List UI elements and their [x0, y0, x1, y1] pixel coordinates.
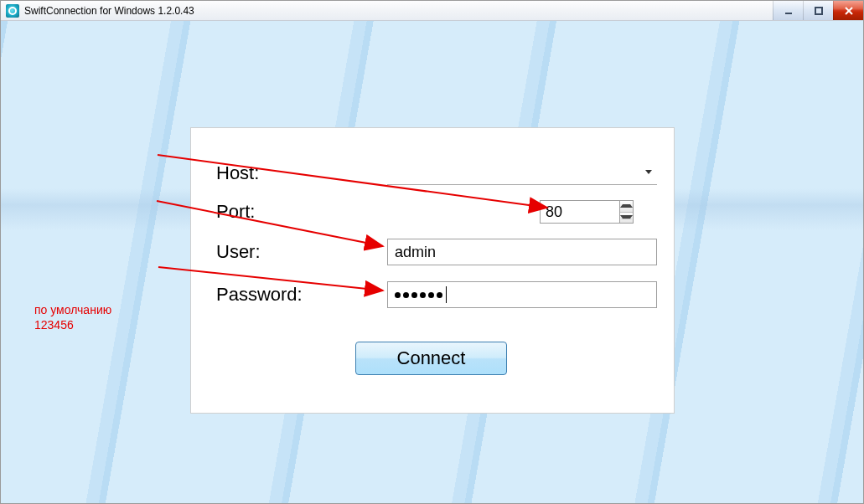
app-icon [6, 4, 19, 18]
close-button[interactable] [833, 1, 863, 20]
svg-line-4 [158, 155, 547, 208]
annotation-text: по умолчанию 123456 [34, 302, 111, 332]
annotation-line-2: 123456 [34, 317, 111, 332]
maximize-button[interactable] [803, 1, 833, 20]
title-bar[interactable]: SwiftConnection for Windows 1.2.0.43 [1, 1, 863, 21]
svg-line-5 [157, 201, 383, 246]
maximize-icon [813, 5, 825, 17]
window-controls [773, 1, 863, 20]
svg-rect-1 [815, 8, 822, 14]
annotation-line-1: по умолчанию [34, 302, 111, 317]
minimize-icon [783, 5, 794, 17]
minimize-button[interactable] [773, 1, 803, 20]
app-window: SwiftConnection for Windows 1.2.0.43 Hos… [0, 0, 864, 504]
svg-line-6 [158, 267, 383, 291]
annotation-arrows [1, 21, 864, 504]
client-area: Host: Port: User: [1, 21, 863, 503]
close-icon [843, 5, 855, 17]
window-title: SwiftConnection for Windows 1.2.0.43 [24, 5, 194, 17]
